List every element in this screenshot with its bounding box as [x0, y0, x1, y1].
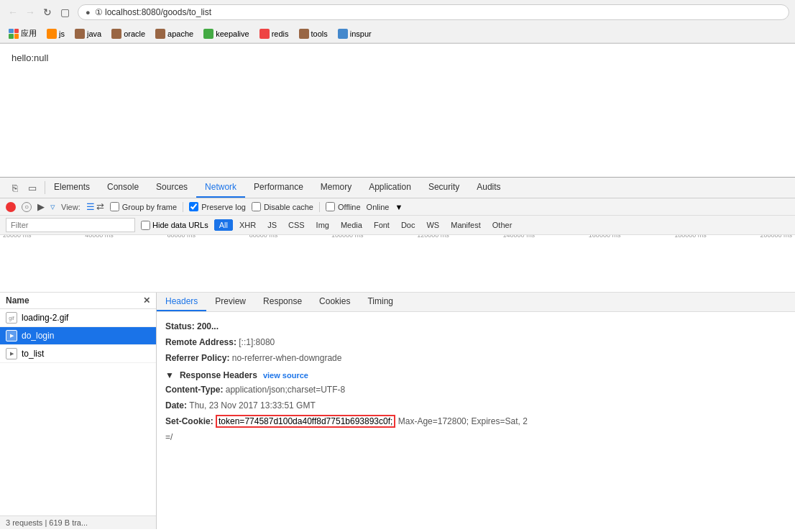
tick-40000: 40000 ms [85, 235, 114, 239]
detail-tab-headers[interactable]: Headers [157, 293, 206, 311]
filter-xhr[interactable]: XHR [234, 219, 261, 231]
name-item-do-login[interactable]: ▶ do_login [0, 327, 156, 345]
general-status-row: Status: 200... [165, 320, 786, 334]
preserve-log-checkbox[interactable]: Preserve log [189, 202, 246, 211]
tab-audits[interactable]: Audits [468, 178, 509, 198]
set-cookie-path-row: =/ [165, 431, 786, 444]
remote-address-value: [::1]:8080 [239, 337, 275, 347]
tab-application[interactable]: Application [360, 178, 420, 198]
tick-160000: 160000 ms [589, 235, 621, 239]
filter-doc[interactable]: Doc [396, 219, 421, 231]
filter-input[interactable] [6, 218, 135, 232]
inspur-bookmark-icon [338, 29, 348, 39]
offline-checkbox[interactable]: Offline [326, 202, 361, 211]
detail-tab-preview[interactable]: Preview [206, 293, 254, 311]
bookmark-java[interactable]: java [72, 27, 104, 40]
detail-tab-cookies[interactable]: Cookies [311, 293, 359, 311]
detail-content: Status: 200... Remote Address: [::1]:808… [157, 312, 795, 452]
lock-icon: ● [86, 8, 91, 17]
offline-input[interactable] [326, 202, 335, 211]
record-button[interactable] [6, 202, 16, 212]
tools-bookmark-icon [299, 29, 309, 39]
bookmark-js-label: js [59, 29, 65, 38]
filter-css[interactable]: CSS [283, 219, 310, 231]
group-by-frame-checkbox[interactable]: Group by frame [110, 202, 177, 211]
timeline-ticks: 20000 ms 40000 ms 60000 ms 80000 ms 1000… [0, 235, 795, 239]
detail-tab-timing[interactable]: Timing [359, 293, 402, 311]
filter-all[interactable]: All [214, 219, 233, 231]
preserve-log-input[interactable] [189, 202, 198, 211]
preserve-log-label: Preserve log [201, 203, 246, 211]
filter-icon[interactable]: ▿ [50, 201, 55, 212]
video-capture-icon[interactable]: ▶ [37, 201, 45, 212]
timeline: 20000 ms 40000 ms 60000 ms 80000 ms 1000… [0, 235, 795, 293]
devtools-tab-bar: ⎘ ▭ Elements Console Sources Network Per… [0, 178, 795, 198]
tick-100000: 100000 ms [331, 235, 364, 239]
date-label: Date: [165, 400, 189, 411]
name-header: Name ✕ [0, 293, 156, 309]
tab-elements[interactable]: Elements [45, 178, 98, 198]
bookmark-tools-label: tools [311, 29, 328, 38]
bookmark-java-label: java [87, 29, 101, 38]
tab-console[interactable]: Console [98, 178, 147, 198]
online-label: Online [367, 203, 390, 211]
filter-font[interactable]: Font [369, 219, 395, 231]
tab-security[interactable]: Security [420, 178, 468, 198]
disable-cache-input[interactable] [252, 202, 261, 211]
device-toolbar-icon[interactable]: ▭ [26, 181, 39, 194]
refresh-button[interactable]: ↻ [40, 5, 55, 19]
hide-data-urls-input[interactable] [141, 221, 150, 230]
tick-180000: 180000 ms [674, 235, 707, 239]
apps-label: 应用 [21, 28, 37, 39]
bookmark-keepalive[interactable]: keepalive [201, 27, 252, 40]
tab-network[interactable]: Network [196, 178, 245, 198]
filter-media[interactable]: Media [336, 219, 367, 231]
bookmark-redis[interactable]: redis [257, 27, 292, 40]
name-item-to-list[interactable]: ▶ to_list [0, 345, 156, 363]
gif-icon: gif [6, 312, 17, 324]
bookmark-oracle[interactable]: oracle [109, 27, 148, 40]
tick-120000: 120000 ms [417, 235, 449, 239]
apps-bookmark[interactable]: 应用 [6, 27, 40, 40]
detail-tab-response[interactable]: Response [254, 293, 311, 311]
bookmark-tools[interactable]: tools [296, 27, 331, 40]
response-headers-label: ▼ Response Headers view source [165, 370, 786, 380]
clear-button[interactable]: ○ [22, 202, 32, 212]
filter-manifest[interactable]: Manifest [446, 219, 486, 231]
close-panel-icon[interactable]: ✕ [143, 295, 150, 306]
filter-js[interactable]: JS [262, 219, 282, 231]
set-cookie-highlighted-value: token=774587d100da40ff8d7751b693893c0f; [216, 415, 395, 428]
forward-button[interactable]: → [23, 5, 37, 19]
filter-other[interactable]: Other [487, 219, 518, 231]
address-bar[interactable]: ● ① localhost:8080/goods/to_list [78, 4, 789, 20]
separator-1 [183, 202, 183, 212]
tab-memory[interactable]: Memory [312, 178, 360, 198]
bookmark-apache[interactable]: apache [152, 27, 196, 40]
tab-sources[interactable]: Sources [147, 178, 196, 198]
browser-chrome: ← → ↻ ▢ ● ① localhost:8080/goods/to_list… [0, 0, 795, 44]
back-button[interactable]: ← [6, 5, 20, 19]
group-by-frame-input[interactable] [110, 202, 119, 211]
offline-label: Offline [338, 203, 361, 211]
name-list: gif loading-2.gif ▶ do_login ▶ to_list [0, 309, 156, 515]
waterfall-view-icon[interactable]: ⇄ [96, 201, 104, 212]
bookmark-js[interactable]: js [44, 27, 68, 40]
tab-performance[interactable]: Performance [245, 178, 312, 198]
apache-bookmark-icon [155, 29, 165, 39]
do-login-label: do_login [22, 331, 54, 341]
group-by-frame-label: Group by frame [122, 203, 177, 211]
content-type-label: Content-Type: [165, 385, 226, 395]
hide-data-urls-checkbox[interactable]: Hide data URLs [141, 221, 208, 230]
view-source-link[interactable]: view source [263, 371, 308, 380]
online-dropdown-icon[interactable]: ▼ [395, 203, 403, 211]
status-label: Status: 200... [165, 321, 219, 331]
name-item-loading-gif[interactable]: gif loading-2.gif [0, 309, 156, 327]
list-view-icon[interactable]: ☰ [86, 201, 95, 212]
home-button[interactable]: ▢ [58, 5, 72, 19]
filter-ws[interactable]: WS [421, 219, 444, 231]
bookmark-redis-label: redis [272, 29, 289, 38]
disable-cache-checkbox[interactable]: Disable cache [252, 202, 313, 211]
bookmark-inspur[interactable]: inspur [335, 27, 374, 40]
inspect-element-icon[interactable]: ⎘ [9, 181, 22, 194]
filter-img[interactable]: Img [311, 219, 334, 231]
